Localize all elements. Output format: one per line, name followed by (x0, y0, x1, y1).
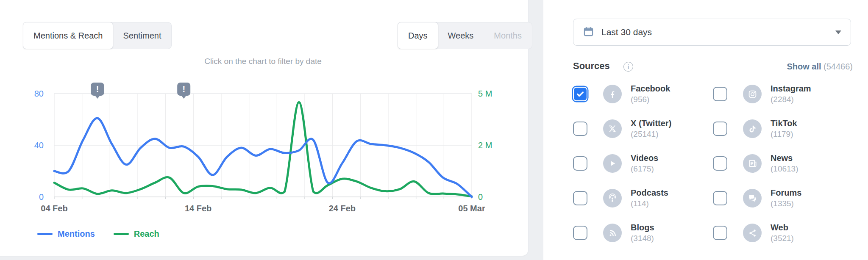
date-range-selector[interactable]: Last 30 days (573, 19, 851, 46)
legend-item-mentions[interactable]: Mentions (37, 229, 95, 239)
x-axis-tick-label: 14 Feb (185, 204, 211, 213)
info-icon[interactable]: i (623, 62, 633, 72)
sources-list: Facebook(956)Instagram(2284)X (Twitter)(… (573, 77, 861, 250)
source-name: Blogs (631, 222, 654, 232)
calendar-icon (583, 26, 594, 39)
forums-icon (743, 189, 762, 207)
granularity-weeks[interactable]: Weeks (438, 22, 484, 49)
granularity-days[interactable]: Days (398, 22, 438, 49)
legend-swatch (114, 233, 129, 235)
x-twitter-icon (603, 119, 622, 138)
source-count: (3521) (771, 234, 794, 243)
source-count: (2284) (771, 95, 811, 105)
right-axis-tick-label: 5 M (478, 89, 492, 98)
svg-text:!: ! (182, 84, 185, 94)
source-item-forums[interactable]: Forums(1335) (713, 181, 853, 216)
news-icon (743, 154, 762, 173)
source-item-tiktok[interactable]: TikTok(1179) (713, 111, 853, 146)
reach-line[interactable] (54, 102, 472, 196)
source-checkbox-instagram[interactable] (713, 87, 727, 101)
source-count: (25141) (631, 130, 671, 139)
source-labels: Forums(1335) (771, 188, 801, 209)
source-count: (10613) (771, 164, 798, 174)
source-name: Facebook (631, 83, 670, 94)
source-item-facebook[interactable]: Facebook(956) (573, 77, 713, 111)
source-count: (114) (631, 199, 668, 209)
date-range-value: Last 30 days (601, 27, 652, 37)
source-labels: News(10613) (771, 153, 798, 174)
legend-label: Reach (134, 229, 159, 239)
podcasts-icon (603, 189, 622, 207)
source-checkbox-x-twitter[interactable] (573, 122, 587, 136)
legend-label: Mentions (58, 229, 95, 239)
source-labels: Instagram(2284) (771, 83, 811, 105)
x-axis-tick-label: 24 Feb (329, 204, 356, 213)
mentions-line[interactable] (54, 118, 472, 197)
left-axis-tick-label: 0 (39, 192, 44, 202)
source-count: (956) (631, 95, 670, 105)
source-name: Videos (631, 153, 658, 163)
source-name: News (771, 153, 798, 163)
source-checkbox-tiktok[interactable] (713, 122, 727, 136)
x-axis-tick-label: 04 Feb (41, 204, 67, 213)
source-count: (1179) (771, 130, 797, 139)
source-name: Instagram (771, 83, 811, 94)
source-labels: Podcasts(114) (631, 188, 668, 209)
source-checkbox-facebook[interactable] (573, 87, 587, 101)
tab-sentiment[interactable]: Sentiment (113, 22, 171, 49)
chart-granularity-tabs: DaysWeeksMonths (398, 22, 532, 49)
sources-total-count: (54466) (823, 62, 853, 71)
alert-badge-icon[interactable]: ! (177, 83, 190, 99)
source-count: (6175) (631, 164, 658, 174)
left-axis-tick-label: 40 (34, 141, 44, 150)
source-item-blogs[interactable]: Blogs(3148) (573, 216, 713, 250)
source-checkbox-forums[interactable] (713, 191, 727, 205)
source-checkbox-news[interactable] (713, 156, 727, 171)
facebook-icon (603, 85, 622, 103)
source-checkbox-podcasts[interactable] (573, 191, 587, 205)
granularity-months: Months (484, 22, 532, 49)
chevron-down-icon (835, 30, 841, 34)
source-item-videos[interactable]: Videos(6175) (573, 146, 713, 181)
tiktok-icon (743, 119, 762, 138)
source-labels: Videos(6175) (631, 153, 658, 174)
source-item-web[interactable]: Web(3521) (713, 216, 853, 250)
source-item-news[interactable]: News(10613) (713, 146, 853, 181)
source-labels: X (Twitter)(25141) (631, 118, 671, 139)
source-name: X (Twitter) (631, 118, 671, 128)
source-item-x-twitter[interactable]: X (Twitter)(25141) (573, 111, 713, 146)
source-checkbox-videos[interactable] (573, 156, 587, 171)
source-labels: Facebook(956) (631, 83, 670, 105)
legend-swatch (37, 233, 53, 235)
source-count: (3148) (631, 234, 654, 243)
source-name: Forums (771, 188, 801, 198)
web-icon (743, 224, 762, 242)
source-labels: Blogs(3148) (631, 222, 654, 243)
source-checkbox-web[interactable] (713, 226, 727, 240)
source-name: TikTok (771, 118, 797, 128)
blogs-icon (603, 224, 622, 242)
sources-title: Sources (573, 61, 610, 72)
right-axis-tick-label: 0 (478, 192, 483, 202)
source-item-podcasts[interactable]: Podcasts(114) (573, 181, 713, 216)
source-count: (1335) (771, 199, 801, 209)
show-all-link[interactable]: Show all (54466) (787, 62, 853, 72)
x-axis-tick-label: 05 Mar (458, 204, 485, 213)
alert-badge-icon[interactable]: ! (91, 83, 104, 99)
source-item-instagram[interactable]: Instagram(2284) (713, 77, 853, 111)
svg-text:!: ! (96, 84, 99, 94)
videos-icon (603, 154, 622, 173)
right-axis-tick-label: 2 M (478, 141, 492, 150)
source-labels: TikTok(1179) (771, 118, 797, 139)
source-labels: Web(3521) (771, 222, 794, 243)
source-name: Web (771, 222, 794, 232)
legend-item-reach[interactable]: Reach (114, 229, 159, 239)
left-axis-tick-label: 80 (34, 89, 44, 98)
tab-mentions-reach[interactable]: Mentions & Reach (23, 22, 113, 49)
show-all-label[interactable]: Show all (787, 62, 821, 71)
mentions-reach-line-chart[interactable]: 0408002 M5 M04 Feb14 Feb24 Feb05 Mar!! (0, 70, 526, 216)
chart-view-tabs: Mentions & ReachSentiment (23, 22, 172, 49)
source-checkbox-blogs[interactable] (573, 226, 587, 240)
chart-legend: MentionsReach (37, 229, 159, 239)
instagram-icon (743, 85, 762, 103)
